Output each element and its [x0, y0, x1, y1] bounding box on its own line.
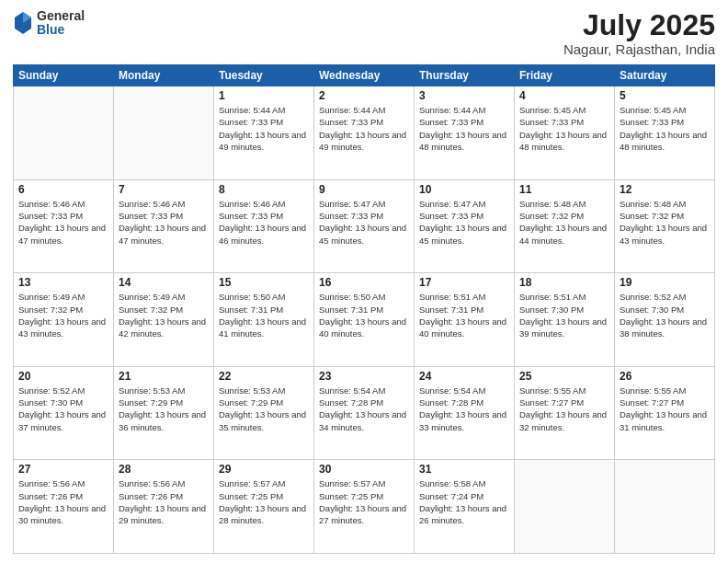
day-info: Sunrise: 5:52 AM Sunset: 7:30 PM Dayligh… — [620, 291, 710, 339]
day-cell — [515, 460, 615, 554]
logo-text: General Blue — [37, 9, 85, 38]
day-info: Sunrise: 5:46 AM Sunset: 7:33 PM Dayligh… — [119, 198, 209, 247]
day-info: Sunrise: 5:45 AM Sunset: 7:33 PM Dayligh… — [519, 104, 609, 153]
day-number: 2 — [319, 89, 409, 102]
day-cell: 26Sunrise: 5:55 AM Sunset: 7:27 PM Dayli… — [615, 366, 715, 460]
day-cell — [14, 86, 114, 180]
location: Nagaur, Rajasthan, India — [563, 41, 715, 57]
day-number: 17 — [419, 276, 509, 289]
day-number: 26 — [620, 370, 710, 383]
day-cell: 30Sunrise: 5:57 AM Sunset: 7:25 PM Dayli… — [314, 460, 415, 554]
day-number: 27 — [18, 463, 108, 476]
header: General Blue July 2025 Nagaur, Rajasthan… — [13, 9, 715, 57]
day-info: Sunrise: 5:50 AM Sunset: 7:31 PM Dayligh… — [319, 291, 409, 339]
day-cell: 25Sunrise: 5:55 AM Sunset: 7:27 PM Dayli… — [515, 366, 615, 460]
day-info: Sunrise: 5:44 AM Sunset: 7:33 PM Dayligh… — [319, 104, 409, 153]
day-info: Sunrise: 5:44 AM Sunset: 7:33 PM Dayligh… — [419, 104, 509, 153]
day-number: 25 — [519, 370, 609, 383]
day-cell: 6Sunrise: 5:46 AM Sunset: 7:33 PM Daylig… — [14, 179, 114, 273]
week-row-3: 13Sunrise: 5:49 AM Sunset: 7:32 PM Dayli… — [14, 273, 715, 367]
day-number: 5 — [620, 89, 710, 102]
day-cell: 24Sunrise: 5:54 AM Sunset: 7:28 PM Dayli… — [415, 366, 515, 460]
logo-general: General — [37, 9, 85, 23]
day-cell: 10Sunrise: 5:47 AM Sunset: 7:33 PM Dayli… — [415, 179, 515, 273]
logo-icon — [13, 10, 33, 36]
week-row-2: 6Sunrise: 5:46 AM Sunset: 7:33 PM Daylig… — [14, 179, 715, 273]
day-info: Sunrise: 5:53 AM Sunset: 7:29 PM Dayligh… — [219, 385, 309, 433]
day-cell: 13Sunrise: 5:49 AM Sunset: 7:32 PM Dayli… — [14, 273, 114, 367]
day-info: Sunrise: 5:47 AM Sunset: 7:33 PM Dayligh… — [319, 198, 409, 247]
day-number: 15 — [219, 276, 309, 289]
day-number: 8 — [219, 183, 309, 196]
col-header-thursday: Thursday — [415, 65, 515, 86]
day-number: 31 — [419, 463, 509, 476]
day-number: 11 — [519, 183, 609, 196]
day-cell: 18Sunrise: 5:51 AM Sunset: 7:30 PM Dayli… — [515, 273, 615, 367]
logo: General Blue — [13, 9, 85, 38]
calendar-table: SundayMondayTuesdayWednesdayThursdayFrid… — [13, 64, 715, 554]
week-row-5: 27Sunrise: 5:56 AM Sunset: 7:26 PM Dayli… — [14, 460, 715, 554]
day-number: 30 — [319, 463, 409, 476]
day-cell: 28Sunrise: 5:56 AM Sunset: 7:26 PM Dayli… — [114, 460, 214, 554]
day-cell — [114, 86, 214, 180]
day-number: 10 — [419, 183, 509, 196]
day-info: Sunrise: 5:46 AM Sunset: 7:33 PM Dayligh… — [219, 198, 309, 247]
day-info: Sunrise: 5:53 AM Sunset: 7:29 PM Dayligh… — [119, 385, 209, 433]
day-info: Sunrise: 5:50 AM Sunset: 7:31 PM Dayligh… — [219, 291, 309, 339]
day-cell: 2Sunrise: 5:44 AM Sunset: 7:33 PM Daylig… — [314, 86, 415, 180]
day-cell: 23Sunrise: 5:54 AM Sunset: 7:28 PM Dayli… — [314, 366, 415, 460]
day-cell: 9Sunrise: 5:47 AM Sunset: 7:33 PM Daylig… — [314, 179, 415, 273]
title-block: July 2025 Nagaur, Rajasthan, India — [563, 9, 715, 57]
day-cell: 11Sunrise: 5:48 AM Sunset: 7:32 PM Dayli… — [515, 179, 615, 273]
day-cell: 20Sunrise: 5:52 AM Sunset: 7:30 PM Dayli… — [14, 366, 114, 460]
day-number: 14 — [119, 276, 209, 289]
day-number: 19 — [620, 276, 710, 289]
day-cell: 22Sunrise: 5:53 AM Sunset: 7:29 PM Dayli… — [214, 366, 314, 460]
day-cell: 31Sunrise: 5:58 AM Sunset: 7:24 PM Dayli… — [415, 460, 515, 554]
day-info: Sunrise: 5:52 AM Sunset: 7:30 PM Dayligh… — [18, 385, 108, 433]
day-cell: 17Sunrise: 5:51 AM Sunset: 7:31 PM Dayli… — [415, 273, 515, 367]
col-header-tuesday: Tuesday — [214, 65, 314, 86]
day-info: Sunrise: 5:55 AM Sunset: 7:27 PM Dayligh… — [519, 385, 609, 433]
logo-blue: Blue — [37, 23, 85, 37]
day-cell: 3Sunrise: 5:44 AM Sunset: 7:33 PM Daylig… — [415, 86, 515, 180]
day-number: 16 — [319, 276, 409, 289]
day-number: 22 — [219, 370, 309, 383]
day-cell: 4Sunrise: 5:45 AM Sunset: 7:33 PM Daylig… — [515, 86, 615, 180]
week-row-1: 1Sunrise: 5:44 AM Sunset: 7:33 PM Daylig… — [14, 86, 715, 180]
day-number: 20 — [18, 370, 108, 383]
day-info: Sunrise: 5:57 AM Sunset: 7:25 PM Dayligh… — [219, 477, 309, 526]
day-number: 18 — [519, 276, 609, 289]
day-number: 12 — [620, 183, 710, 196]
day-number: 7 — [119, 183, 209, 196]
day-number: 29 — [219, 463, 309, 476]
day-info: Sunrise: 5:45 AM Sunset: 7:33 PM Dayligh… — [620, 104, 710, 153]
day-info: Sunrise: 5:58 AM Sunset: 7:24 PM Dayligh… — [419, 477, 509, 526]
day-number: 21 — [119, 370, 209, 383]
day-number: 13 — [18, 276, 108, 289]
page: General Blue July 2025 Nagaur, Rajasthan… — [0, 0, 728, 563]
day-cell: 27Sunrise: 5:56 AM Sunset: 7:26 PM Dayli… — [14, 460, 114, 554]
day-cell: 19Sunrise: 5:52 AM Sunset: 7:30 PM Dayli… — [615, 273, 715, 367]
day-cell: 12Sunrise: 5:48 AM Sunset: 7:32 PM Dayli… — [615, 179, 715, 273]
day-cell: 1Sunrise: 5:44 AM Sunset: 7:33 PM Daylig… — [214, 86, 314, 180]
day-cell: 8Sunrise: 5:46 AM Sunset: 7:33 PM Daylig… — [214, 179, 314, 273]
day-info: Sunrise: 5:49 AM Sunset: 7:32 PM Dayligh… — [18, 291, 108, 339]
day-cell: 16Sunrise: 5:50 AM Sunset: 7:31 PM Dayli… — [314, 273, 415, 367]
day-info: Sunrise: 5:51 AM Sunset: 7:31 PM Dayligh… — [419, 291, 509, 339]
day-cell: 21Sunrise: 5:53 AM Sunset: 7:29 PM Dayli… — [114, 366, 214, 460]
day-number: 6 — [18, 183, 108, 196]
day-cell: 15Sunrise: 5:50 AM Sunset: 7:31 PM Dayli… — [214, 273, 314, 367]
day-number: 24 — [419, 370, 509, 383]
day-info: Sunrise: 5:54 AM Sunset: 7:28 PM Dayligh… — [419, 385, 509, 433]
col-header-friday: Friday — [515, 65, 615, 86]
day-info: Sunrise: 5:54 AM Sunset: 7:28 PM Dayligh… — [319, 385, 409, 433]
col-header-monday: Monday — [114, 65, 214, 86]
day-cell: 5Sunrise: 5:45 AM Sunset: 7:33 PM Daylig… — [615, 86, 715, 180]
day-info: Sunrise: 5:48 AM Sunset: 7:32 PM Dayligh… — [620, 198, 710, 247]
day-info: Sunrise: 5:57 AM Sunset: 7:25 PM Dayligh… — [319, 477, 409, 526]
col-header-sunday: Sunday — [14, 65, 114, 86]
col-header-wednesday: Wednesday — [314, 65, 415, 86]
day-cell — [615, 460, 715, 554]
calendar-header-row: SundayMondayTuesdayWednesdayThursdayFrid… — [14, 65, 715, 86]
